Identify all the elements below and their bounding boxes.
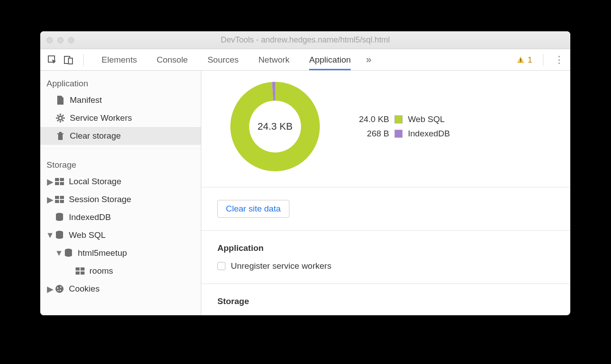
storage-section: Storage [201,284,570,315]
chart-legend: 24.0 KB Web SQL 268 B IndexedDB [349,114,450,139]
sidebar-item-service-workers[interactable]: Service Workers [40,109,201,127]
svg-rect-21 [55,196,59,199]
sidebar-item-local-storage[interactable]: ▶ Local Storage [40,173,201,190]
legend-swatch [395,115,403,123]
svg-rect-18 [60,178,64,181]
expand-icon[interactable]: ▶ [47,285,54,292]
svg-rect-2 [68,58,72,64]
svg-point-33 [57,288,59,289]
section-title: Application [217,243,554,253]
table-icon [55,177,64,186]
sidebar-item-clear-storage[interactable]: Clear storage [40,127,201,145]
legend-size: 24.0 KB [349,114,389,124]
legend-item-indexeddb: 268 B IndexedDB [349,129,450,139]
content-pane: 24.3 KB 24.0 KB Web SQL 268 B IndexedDB [201,71,570,315]
more-tabs-icon[interactable]: » [366,54,371,66]
svg-point-36 [58,290,59,291]
sidebar-item-label: Local Storage [69,177,121,186]
sidebar-item-html5meetup[interactable]: ▼ html5meetup [40,244,201,262]
toolbar-separator [543,54,543,66]
svg-rect-4 [520,61,521,62]
sidebar-item-indexeddb[interactable]: IndexedDB [40,208,201,226]
svg-rect-17 [55,178,59,181]
collapse-icon[interactable]: ▼ [55,250,63,257]
tab-console[interactable]: Console [157,49,188,70]
sidebar-item-label: html5meetup [78,248,127,258]
sidebar-item-label: Service Workers [70,113,132,123]
legend-swatch [395,130,403,138]
legend-label: IndexedDB [408,129,450,139]
sidebar-item-label: Cookies [69,284,100,294]
clear-site-data-button[interactable]: Clear site data [217,200,289,218]
svg-rect-15 [58,134,63,140]
sidebar-divider [40,148,201,156]
svg-rect-3 [520,59,521,61]
sidebar-item-cookies[interactable]: ▶ Cookies [40,280,201,298]
svg-line-13 [62,115,64,116]
trash-icon [55,131,65,141]
tab-application[interactable]: Application [309,49,351,70]
legend-item-websql: 24.0 KB Web SQL [349,114,450,124]
expand-icon[interactable]: ▶ [47,178,54,185]
table-icon [75,266,85,276]
storage-usage-chart: 24.3 KB 24.0 KB Web SQL 268 B IndexedDB [201,71,570,187]
minimize-window-icon[interactable] [57,37,64,43]
devtools-toolbar: Elements Console Sources Network Applica… [40,49,570,71]
svg-line-12 [57,120,59,121]
inspect-element-icon[interactable] [47,54,58,66]
svg-rect-23 [55,200,59,203]
close-window-icon[interactable] [47,37,53,43]
table-icon [55,195,64,204]
toolbar-separator [83,54,84,66]
svg-point-34 [60,287,62,288]
panel-body: Application Manifest Service Workers Cle… [40,71,570,315]
svg-rect-28 [76,267,80,271]
file-icon [55,95,65,105]
panel-tabs: Elements Console Sources Network Applica… [102,49,351,70]
warnings-badge[interactable]: 1 [517,55,532,65]
traffic-lights [47,37,74,43]
sidebar-item-label: Clear storage [70,131,121,141]
devtools-window: DevTools - andrew.hedges.name/html5/sql.… [40,31,570,315]
application-section: Application Unregister service workers [201,231,570,284]
clear-site-data-section: Clear site data [201,187,570,230]
sidebar-item-manifest[interactable]: Manifest [40,91,201,109]
sidebar-item-label: IndexedDB [69,212,111,222]
svg-rect-14 [57,133,64,134]
gear-icon [55,113,65,123]
sidebar-item-session-storage[interactable]: ▶ Session Storage [40,190,201,208]
svg-rect-16 [59,132,62,133]
legend-size: 268 B [349,129,389,139]
zoom-window-icon[interactable] [68,37,74,43]
sidebar-item-websql[interactable]: ▼ Web SQL [40,226,201,244]
sidebar-item-label: rooms [89,266,113,276]
sidebar-item-label: Web SQL [69,230,106,240]
database-icon [55,212,64,222]
svg-line-10 [57,115,59,116]
unregister-sw-row: Unregister service workers [217,261,554,271]
device-toggle-icon[interactable] [63,54,74,66]
tab-network[interactable]: Network [259,49,290,70]
svg-rect-20 [60,182,64,185]
more-options-icon[interactable]: ⋮ [554,54,564,66]
tab-elements[interactable]: Elements [102,49,137,70]
expand-icon[interactable]: ▶ [47,196,54,203]
svg-point-5 [59,116,62,120]
sidebar-item-rooms[interactable]: rooms [40,262,201,280]
sidebar: Application Manifest Service Workers Cle… [40,71,201,315]
svg-rect-29 [81,267,85,271]
window-title: DevTools - andrew.hedges.name/html5/sql.… [40,35,570,45]
checkbox-label: Unregister service workers [231,261,331,271]
svg-rect-19 [55,182,59,185]
collapse-icon[interactable]: ▼ [47,232,54,239]
warnings-count: 1 [527,55,532,65]
legend-label: Web SQL [408,114,445,124]
database-icon [55,230,64,240]
tab-sources[interactable]: Sources [208,49,239,70]
sidebar-group-application-title: Application [40,74,201,91]
database-icon [64,248,73,258]
sidebar-item-label: Manifest [70,95,102,105]
unregister-sw-checkbox[interactable] [217,262,225,270]
svg-point-35 [60,290,61,291]
toolbar-right: 1 ⋮ [517,54,564,66]
